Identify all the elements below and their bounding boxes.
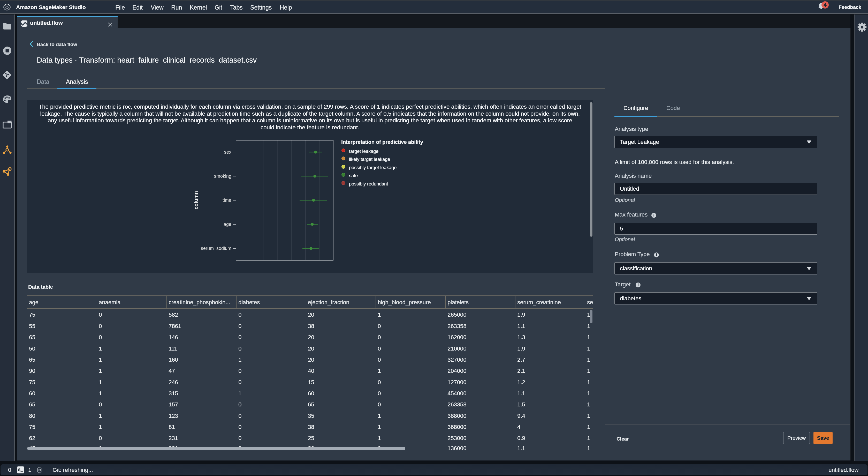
svg-text:age: age (224, 222, 231, 227)
svg-text:column: column (193, 191, 199, 209)
svg-text:sex: sex (224, 150, 231, 155)
svg-text:time: time (222, 198, 231, 203)
svg-text:smoking: smoking (214, 174, 231, 179)
svg-text:serum_sodium: serum_sodium (201, 246, 231, 251)
